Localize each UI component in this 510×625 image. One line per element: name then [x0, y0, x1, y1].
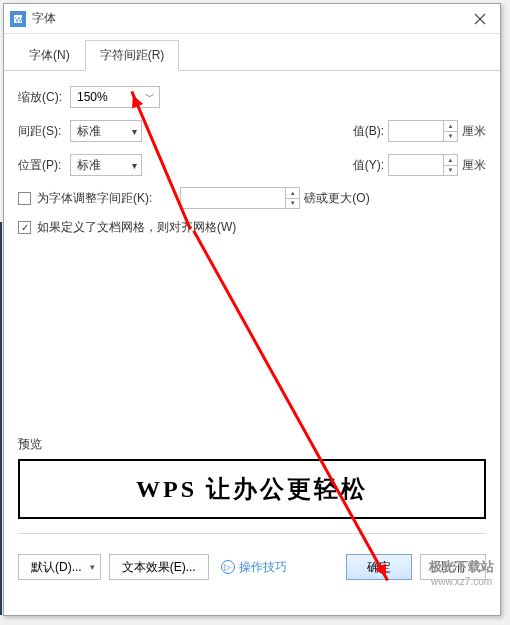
tips-label: 操作技巧	[239, 559, 287, 576]
kerning-spinner[interactable]: ▲ ▼	[180, 187, 300, 209]
snapgrid-label: 如果定义了文档网格，则对齐网格(W)	[37, 219, 236, 236]
dialog-title: 字体	[32, 10, 460, 27]
preview-label: 预览	[18, 436, 486, 453]
chevron-down-icon: ▾	[132, 126, 137, 137]
body-spacer	[18, 246, 486, 436]
tips-link[interactable]: ▷ 操作技巧	[221, 559, 287, 576]
app-icon: W	[10, 11, 26, 27]
text-effect-button[interactable]: 文本效果(E)...	[109, 554, 209, 580]
spacing-value: 标准	[77, 123, 101, 140]
row-snapgrid: 如果定义了文档网格，则对齐网格(W)	[18, 219, 486, 236]
spin-down[interactable]: ▼	[286, 199, 299, 209]
scale-combo[interactable]: ﹀	[70, 86, 160, 108]
default-button-label: 默认(D)...	[31, 559, 82, 576]
chevron-down-icon: ﹀	[145, 90, 155, 104]
chevron-down-icon: ▾	[132, 160, 137, 171]
text-effect-label: 文本效果(E)...	[122, 559, 196, 576]
spacing-b-spinner[interactable]: ▲ ▼	[388, 120, 458, 142]
position-combo[interactable]: 标准 ▾	[70, 154, 142, 176]
play-icon: ▷	[221, 560, 235, 574]
row-spacing: 间距(S): 标准 ▾ 值(B): ▲ ▼ 厘米	[18, 119, 486, 143]
chevron-down-icon: ▾	[90, 562, 95, 572]
preview-text: WPS 让办公更轻松	[136, 473, 368, 505]
spin-up[interactable]: ▲	[444, 155, 457, 166]
position-value: 标准	[77, 157, 101, 174]
spin-up[interactable]: ▲	[444, 121, 457, 132]
kerning-unit: 磅或更大(O)	[304, 190, 369, 207]
svg-text:W: W	[15, 15, 23, 24]
spacing-combo[interactable]: 标准 ▾	[70, 120, 142, 142]
kerning-input[interactable]	[185, 191, 283, 205]
spinner-buttons: ▲ ▼	[443, 155, 457, 175]
kerning-label: 为字体调整字间距(K):	[37, 190, 152, 207]
spacing-b-label: 值(B):	[340, 123, 384, 140]
footer: 默认(D)... ▾ 文本效果(E)... ▷ 操作技巧 确定 取消	[4, 554, 500, 592]
spacing-b-unit: 厘米	[462, 123, 486, 140]
snapgrid-checkbox[interactable]	[18, 221, 31, 234]
spin-down[interactable]: ▼	[444, 132, 457, 142]
spinner-buttons: ▲ ▼	[285, 188, 299, 208]
preview-box: WPS 让办公更轻松	[18, 459, 486, 519]
left-stripe	[0, 222, 2, 615]
close-button[interactable]	[460, 4, 500, 34]
spinner-buttons: ▲ ▼	[443, 121, 457, 141]
tab-char-spacing[interactable]: 字符间距(R)	[85, 40, 180, 71]
spacing-label: 间距(S):	[18, 123, 70, 140]
position-y-input[interactable]	[393, 158, 441, 172]
row-scale: 缩放(C): ﹀	[18, 85, 486, 109]
position-y-label: 值(Y):	[340, 157, 384, 174]
divider	[18, 533, 486, 534]
spin-up[interactable]: ▲	[286, 188, 299, 199]
position-label: 位置(P):	[18, 157, 70, 174]
titlebar: W 字体	[4, 4, 500, 34]
cancel-label: 取消	[441, 559, 465, 576]
tab-font[interactable]: 字体(N)	[14, 40, 85, 71]
tabs: 字体(N) 字符间距(R)	[4, 34, 500, 71]
cancel-button[interactable]: 取消	[420, 554, 486, 580]
row-kerning: 为字体调整字间距(K): ▲ ▼ 磅或更大(O)	[18, 187, 486, 209]
dialog-body: 缩放(C): ﹀ 间距(S): 标准 ▾ 值(B): ▲ ▼ 厘米	[4, 71, 500, 554]
spin-down[interactable]: ▼	[444, 166, 457, 176]
position-y-unit: 厘米	[462, 157, 486, 174]
scale-label: 缩放(C):	[18, 89, 70, 106]
spacing-b-input[interactable]	[393, 124, 441, 138]
row-position: 位置(P): 标准 ▾ 值(Y): ▲ ▼ 厘米	[18, 153, 486, 177]
default-button[interactable]: 默认(D)... ▾	[18, 554, 101, 580]
font-dialog: W 字体 字体(N) 字符间距(R) 缩放(C): ﹀ 间距(S): 标准 ▾ …	[3, 3, 501, 616]
position-y-spinner[interactable]: ▲ ▼	[388, 154, 458, 176]
kerning-checkbox[interactable]	[18, 192, 31, 205]
